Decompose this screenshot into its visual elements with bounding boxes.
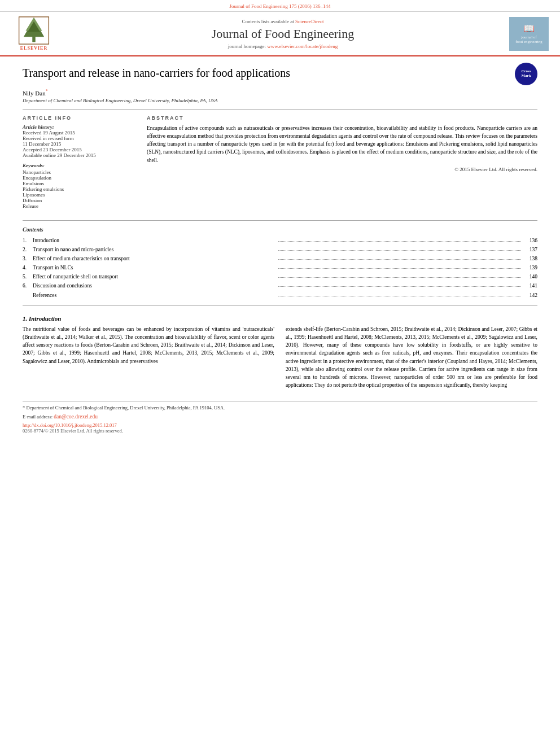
contents-num: 1. [23,236,33,245]
journal-header: ELSEVIER Contents lists available at Sci… [0,12,560,56]
keywords-list: NanoparticlesEncapsulationEmulsionsPicke… [23,169,135,209]
contents-item: 3. Effect of medium characteristics on t… [23,254,537,263]
contents-section: Contents 1. Introduction 136 2. Transpor… [23,226,537,300]
contents-page: 139 [523,263,537,272]
contents-dots [278,254,522,260]
footnote-email: E-mail address: dan@coe.drexel.edu [23,413,537,421]
introduction-body: The nutritional value of foods and bever… [23,325,537,390]
crossmark-badge-container: CrossMark [515,63,537,85]
homepage-url[interactable]: www.elsevier.com/locate/jfoodeng [267,43,338,49]
email-link[interactable]: dan@coe.drexel.edu [54,414,98,420]
keyword-item: Nanoparticles [23,169,135,175]
divider-1 [23,109,537,110]
history-group: Article history: Received 19 August 2015… [23,124,135,158]
contents-dots [278,245,522,251]
copyright-notice: © 2015 Elsevier Ltd. All rights reserved… [147,167,537,172]
contents-dots [278,291,522,296]
contents-page: 137 [523,245,537,254]
contents-label: Discussion and conclusions [33,281,276,290]
received-date: Received 19 August 2015 [23,130,135,136]
divider-3 [23,305,537,306]
contents-label: Transport in nano and micro-particles [33,245,276,254]
keyword-item: Release [23,203,135,209]
keywords-label: Keywords: [23,163,135,168]
keywords-group: Keywords: NanoparticlesEncapsulationEmul… [23,163,135,209]
revised-label: Received in revised form [23,136,135,141]
contents-dots [278,263,522,269]
author-affiliation: Department of Chemical and Biological En… [23,98,537,103]
contents-label: Transport in NLCs [33,263,276,272]
elsevier-logo: ELSEVIER [11,16,56,51]
main-content: Transport and release in nano-carriers f… [0,56,560,443]
contents-dots [278,281,522,287]
divider-2 [23,220,537,221]
sciencedirect-anchor[interactable]: ScienceDirect [295,19,323,24]
keyword-item: Liposomes [23,192,135,198]
contents-item: 1. Introduction 136 [23,236,537,245]
article-info-heading: ARTICLE INFO [23,115,135,121]
author-sup: * [46,89,48,94]
introduction-section: 1. Introduction The nutritional value of… [23,315,537,390]
article-info-panel: ARTICLE INFO Article history: Received 1… [23,115,135,213]
abstract-text: Encapsulation of active compounds such a… [147,124,537,164]
keyword-item: Encapsulation [23,175,135,181]
sciencedirect-link: Contents lists available at ScienceDirec… [62,19,504,24]
journal-thumb-label: journal of food engineering [515,35,542,44]
contents-num: 6. [23,281,33,290]
contents-num: 4. [23,263,33,272]
keyword-item: Pickering emulsions [23,186,135,192]
journal-reference-text: Journal of Food Engineering 175 (2016) 1… [230,3,331,9]
elsevier-label: ELSEVIER [20,46,47,51]
intro-col-1: The nutritional value of foods and bever… [23,325,274,390]
contents-dots [278,236,522,242]
intro-col-2: extends shelf-life (Berton-Carabin and S… [286,325,537,390]
contents-label: Introduction [33,236,276,245]
accepted-date: Accepted 23 December 2015 [23,147,135,152]
keyword-item: Diffusion [23,198,135,203]
article-info-abstract: ARTICLE INFO Article history: Received 1… [23,115,537,213]
footnote-area: * Department of Chemical and Biological … [23,401,537,434]
contents-item: 5. Effect of nanoparticle shell on trans… [23,272,537,281]
contents-page: 140 [523,272,537,281]
contents-item: 2. Transport in nano and micro-particles… [23,245,537,254]
author-name: Nily Dan* [23,89,537,97]
available-date: Available online 29 December 2015 [23,152,135,158]
contents-page: 142 [523,291,537,300]
article-title: Transport and release in nano-carriers f… [23,65,515,80]
homepage-link: journal homepage: www.elsevier.com/locat… [62,43,504,49]
contents-title: Contents [23,226,537,233]
issn-line: 0260-8774/© 2015 Elsevier Ltd. All right… [23,428,537,434]
contents-num: 2. [23,245,33,254]
contents-page: 141 [523,281,537,290]
journal-reference-bar: Journal of Food Engineering 175 (2016) 1… [0,0,560,12]
contents-label: References [33,291,276,300]
journal-thumb-icon: 📖 [523,23,535,34]
contents-page: 138 [523,254,537,263]
doi-line: http://dx.doi.org/10.1016/j.jfoodeng.201… [23,422,537,428]
header-center: Contents lists available at ScienceDirec… [62,19,504,49]
contents-list: 1. Introduction 136 2. Transport in nano… [23,236,537,300]
contents-num: 5. [23,272,33,281]
crossmark-badge: CrossMark [515,63,537,85]
contents-dots [278,272,522,278]
contents-item: 6. Discussion and conclusions 141 [23,281,537,290]
contents-item: References 142 [23,291,537,300]
contents-label: Effect of nanoparticle shell on transpor… [33,272,276,281]
keyword-item: Emulsions [23,181,135,186]
revised-date: 11 December 2015 [23,141,135,147]
journal-title: Journal of Food Engineering [62,27,504,41]
footnote-star: * Department of Chemical and Biological … [23,405,537,412]
contents-num [23,291,33,300]
abstract-panel: ABSTRACT Encapsulation of active compoun… [147,115,537,213]
contents-num: 3. [23,254,33,263]
contents-item: 4. Transport in NLCs 139 [23,263,537,272]
introduction-heading: 1. Introduction [23,315,537,322]
contents-label: Effect of medium characteristics on tran… [33,254,276,263]
contents-page: 136 [523,236,537,245]
journal-thumbnail: 📖 journal of food engineering [509,17,549,51]
history-label: Article history: [23,124,135,130]
abstract-heading: ABSTRACT [147,115,537,121]
